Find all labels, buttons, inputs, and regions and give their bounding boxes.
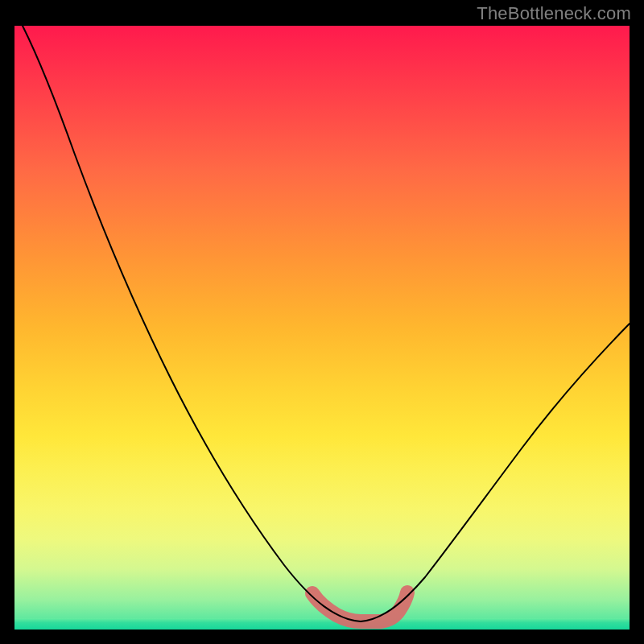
highlight-blob xyxy=(312,592,407,621)
curves-svg xyxy=(14,26,630,630)
chart-frame: TheBottleneck.com xyxy=(0,0,644,644)
right-curve xyxy=(361,324,630,621)
watermark-text: TheBottleneck.com xyxy=(477,3,631,24)
left-curve xyxy=(23,26,361,621)
plot-area xyxy=(14,26,630,630)
